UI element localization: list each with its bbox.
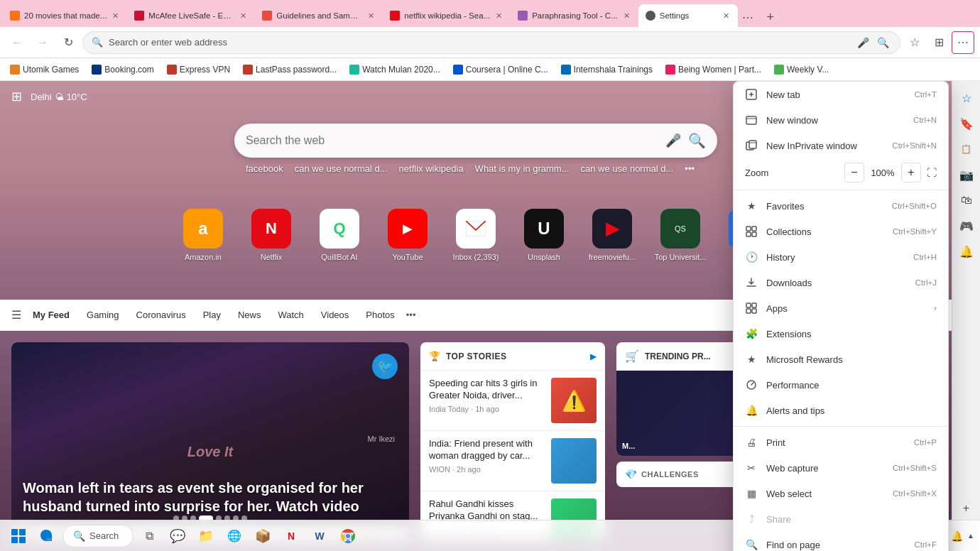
toolbar: ← → ↻ 🔍 Search or enter web address 🎤 🔍 … (0, 27, 980, 58)
fav-coursera-icon (453, 65, 463, 75)
new-tab-label: New tab (766, 89, 905, 100)
menu-microsoft-rewards[interactable]: ★ Microsoft Rewards (734, 347, 948, 372)
fav-weekly[interactable]: Weekly V... (770, 63, 833, 76)
fav-expressvpn[interactable]: Express VPN (163, 63, 234, 76)
forward-button[interactable]: → (31, 31, 54, 54)
fav-internshala[interactable]: Internshala Trainings (557, 63, 657, 76)
performance-icon (745, 378, 758, 391)
new-window-label: New window (766, 115, 905, 126)
tab-3-favicon (262, 11, 272, 21)
history-icon: 🕐 (745, 251, 758, 263)
address-bar[interactable]: 🔍 Search or enter web address 🎤 🔍 (82, 31, 900, 54)
zoom-out-button[interactable]: − (844, 163, 864, 182)
menu-downloads[interactable]: Downloads Ctrl+J (734, 270, 948, 295)
web-capture-icon: ✂ (745, 462, 758, 474)
menu-web-capture[interactable]: ✂ Web capture Ctrl+Shift+S (734, 455, 948, 481)
tab-4-close[interactable]: ✕ (494, 11, 503, 21)
menu-history[interactable]: 🕐 History Ctrl+H (734, 244, 948, 270)
tab-4[interactable]: netflix wikipedia - Sea... ✕ (383, 4, 511, 27)
menu-collections[interactable]: Collections Ctrl+Shift+Y (734, 219, 948, 244)
svg-rect-10 (752, 227, 756, 231)
menu-new-window[interactable]: New window Ctrl+N (734, 107, 948, 133)
new-tab-button[interactable]: + (761, 7, 780, 27)
menu-web-select[interactable]: ▦ Web select Ctrl+Shift+X (734, 481, 948, 506)
address-search-icon: 🔍 (92, 37, 103, 48)
separator-2 (734, 426, 948, 427)
fav-mulan[interactable]: Watch Mulan 2020... (345, 63, 445, 76)
tab-6-close[interactable]: ✕ (722, 11, 731, 21)
rewards-label: Microsoft Rewards (766, 354, 937, 365)
fav-beingwomen-icon (665, 65, 675, 75)
fav-weekly-label: Weekly V... (787, 65, 829, 75)
favorites-button[interactable]: ☆ (903, 31, 926, 54)
tab-2-close[interactable]: ✕ (239, 11, 248, 21)
fav-coursera[interactable]: Coursera | Online C... (449, 63, 552, 76)
back-button[interactable]: ← (6, 31, 28, 54)
content-area: ⊞ Delhi 🌤 10°C 🎤 🔍 facebook can we use n… (0, 81, 980, 551)
collections-button[interactable]: ⊞ (927, 31, 950, 54)
tab-overflow-button[interactable]: ⋯ (738, 7, 758, 27)
fav-utomik[interactable]: Utomik Games (6, 63, 83, 76)
tab-3[interactable]: Guidelines and Sampl... ✕ (255, 4, 383, 27)
zoom-in-button[interactable]: + (901, 163, 921, 182)
address-text: Search or enter web address (109, 37, 849, 48)
collections-menu-icon (745, 225, 758, 238)
menu-find-on-page[interactable]: 🔍 Find on page Ctrl+F (734, 532, 948, 551)
menu-extensions[interactable]: 🧩 Extensions (734, 321, 948, 347)
tab-5-favicon (518, 11, 528, 21)
separator-1 (734, 190, 948, 190)
svg-rect-16 (746, 309, 751, 313)
menu-overlay[interactable]: New tab Ctrl+T New window Ctrl+N New InP… (0, 81, 980, 551)
toolbar-right: ☆ ⊞ ⋯ (903, 31, 974, 54)
menu-alerts-tips[interactable]: 🔔 Alerts and tips (734, 398, 948, 423)
tab-1[interactable]: 20 movies that made... ✕ (3, 4, 127, 27)
menu-share: ⤴ Share (734, 506, 948, 532)
fav-internshala-label: Internshala Trainings (574, 65, 653, 75)
performance-label: Performance (766, 380, 937, 391)
svg-rect-4 (746, 116, 756, 124)
tab-2[interactable]: McAfee LiveSafe - Exp... ✕ (127, 4, 255, 27)
tab-5-close[interactable]: ✕ (622, 11, 631, 21)
tab-6[interactable]: Settings ✕ (638, 4, 738, 27)
web-select-shortcut: Ctrl+Shift+X (893, 489, 937, 498)
refresh-button[interactable]: ↻ (57, 31, 80, 54)
zoom-fullscreen-icon[interactable]: ⛶ (927, 167, 937, 178)
menu-inprivate[interactable]: New InPrivate window Ctrl+Shift+N (734, 133, 948, 158)
fav-lastpass[interactable]: LastPass password... (239, 63, 341, 76)
mic-icon[interactable]: 🎤 (854, 34, 871, 51)
tab-1-close[interactable]: ✕ (111, 11, 120, 21)
history-shortcut: Ctrl+H (913, 253, 937, 261)
favorites-menu-icon: ★ (745, 200, 758, 212)
fav-mulan-icon (349, 65, 359, 75)
svg-rect-14 (746, 303, 751, 307)
menu-apps[interactable]: Apps › (734, 295, 948, 321)
context-menu: New tab Ctrl+T New window Ctrl+N New InP… (733, 81, 949, 551)
menu-favorites[interactable]: ★ Favorites Ctrl+Shift+O (734, 193, 948, 219)
tab-3-close[interactable]: ✕ (366, 11, 376, 21)
find-label: Find on page (766, 540, 905, 550)
svg-rect-7 (749, 141, 756, 148)
search-icon[interactable]: 🔍 (874, 34, 891, 51)
tab-1-favicon (10, 11, 20, 21)
more-button[interactable]: ⋯ (952, 31, 974, 54)
find-shortcut: Ctrl+F (914, 540, 937, 549)
apps-label: Apps (766, 303, 925, 314)
tab-5[interactable]: Paraphrasing Tool - C... ✕ (511, 4, 638, 27)
tab-4-title: netflix wikipedia - Sea... (404, 11, 490, 20)
tab-2-title: McAfee LiveSafe - Exp... (148, 11, 234, 20)
tab-4-favicon (390, 11, 400, 21)
svg-rect-12 (752, 232, 756, 236)
favorites-shortcut: Ctrl+Shift+O (892, 202, 937, 210)
tab-2-favicon (134, 11, 144, 21)
menu-new-tab[interactable]: New tab Ctrl+T (734, 82, 948, 107)
svg-rect-17 (752, 309, 756, 313)
new-tab-shortcut: Ctrl+T (914, 90, 937, 99)
menu-print[interactable]: 🖨 Print Ctrl+P (734, 430, 948, 455)
fav-coursera-label: Coursera | Online C... (466, 65, 548, 75)
fav-booking[interactable]: Booking.com (87, 63, 158, 76)
inprivate-label: New InPrivate window (766, 141, 883, 151)
fav-beingwomen[interactable]: Being Women | Part... (661, 63, 766, 76)
find-icon: 🔍 (745, 538, 758, 551)
browser-frame: 20 movies that made... ✕ McAfee LiveSafe… (0, 0, 980, 551)
menu-performance[interactable]: Performance (734, 372, 948, 398)
